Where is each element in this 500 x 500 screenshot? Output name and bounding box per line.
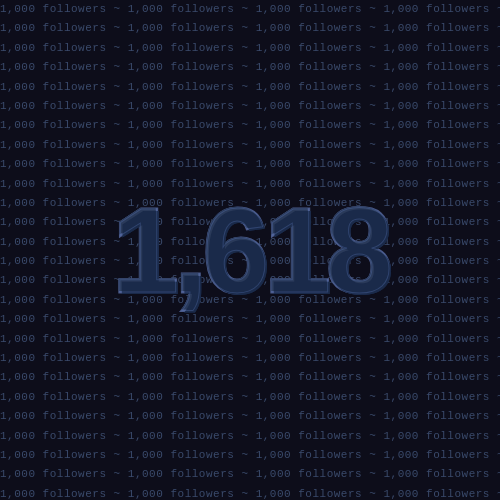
ticker-row: 1,000 followers ~ 1,000 followers ~ 1,00… (0, 97, 500, 116)
ticker-text: 1,000 followers ~ 1,000 followers ~ 1,00… (0, 351, 500, 366)
ticker-row: 1,000 followers ~ 1,000 followers ~ 1,00… (0, 19, 500, 38)
ticker-text: 1,000 followers ~ 1,000 followers ~ 1,00… (0, 2, 500, 17)
ticker-row: 1,000 followers ~ 1,000 followers ~ 1,00… (0, 78, 500, 97)
ticker-row: 1,000 followers ~ 1,000 followers ~ 1,00… (0, 349, 500, 368)
ticker-row: 1,000 followers ~ 1,000 followers ~ 1,00… (0, 465, 500, 484)
number-overlay: 1,618 (112, 181, 387, 319)
ticker-text: 1,000 followers ~ 1,000 followers ~ 1,00… (0, 429, 500, 444)
ticker-row: 1,000 followers ~ 1,000 followers ~ 1,00… (0, 388, 500, 407)
ticker-text: 1,000 followers ~ 1,000 followers ~ 1,00… (0, 487, 500, 500)
ticker-text: 1,000 followers ~ 1,000 followers ~ 1,00… (0, 99, 500, 114)
ticker-text: 1,000 followers ~ 1,000 followers ~ 1,00… (0, 467, 500, 482)
ticker-row: 1,000 followers ~ 1,000 followers ~ 1,00… (0, 0, 500, 19)
ticker-row: 1,000 followers ~ 1,000 followers ~ 1,00… (0, 446, 500, 465)
ticker-row: 1,000 followers ~ 1,000 followers ~ 1,00… (0, 116, 500, 135)
ticker-text: 1,000 followers ~ 1,000 followers ~ 1,00… (0, 409, 500, 424)
ticker-row: 1,000 followers ~ 1,000 followers ~ 1,00… (0, 407, 500, 426)
ticker-row: 1,000 followers ~ 1,000 followers ~ 1,00… (0, 368, 500, 387)
ticker-text: 1,000 followers ~ 1,000 followers ~ 1,00… (0, 118, 500, 133)
ticker-text: 1,000 followers ~ 1,000 followers ~ 1,00… (0, 157, 500, 172)
ticker-text: 1,000 followers ~ 1,000 followers ~ 1,00… (0, 332, 500, 347)
ticker-text: 1,000 followers ~ 1,000 followers ~ 1,00… (0, 448, 500, 463)
ticker-text: 1,000 followers ~ 1,000 followers ~ 1,00… (0, 80, 500, 95)
ticker-text: 1,000 followers ~ 1,000 followers ~ 1,00… (0, 21, 500, 36)
ticker-row: 1,000 followers ~ 1,000 followers ~ 1,00… (0, 330, 500, 349)
ticker-row: 1,000 followers ~ 1,000 followers ~ 1,00… (0, 39, 500, 58)
ticker-text: 1,000 followers ~ 1,000 followers ~ 1,00… (0, 390, 500, 405)
ticker-row: 1,000 followers ~ 1,000 followers ~ 1,00… (0, 485, 500, 500)
big-number: 1,618 (112, 181, 387, 319)
ticker-text: 1,000 followers ~ 1,000 followers ~ 1,00… (0, 60, 500, 75)
ticker-text: 1,000 followers ~ 1,000 followers ~ 1,00… (0, 138, 500, 153)
ticker-row: 1,000 followers ~ 1,000 followers ~ 1,00… (0, 155, 500, 174)
ticker-text: 1,000 followers ~ 1,000 followers ~ 1,00… (0, 41, 500, 56)
ticker-row: 1,000 followers ~ 1,000 followers ~ 1,00… (0, 427, 500, 446)
ticker-text: 1,000 followers ~ 1,000 followers ~ 1,00… (0, 370, 500, 385)
ticker-row: 1,000 followers ~ 1,000 followers ~ 1,00… (0, 58, 500, 77)
ticker-row: 1,000 followers ~ 1,000 followers ~ 1,00… (0, 136, 500, 155)
